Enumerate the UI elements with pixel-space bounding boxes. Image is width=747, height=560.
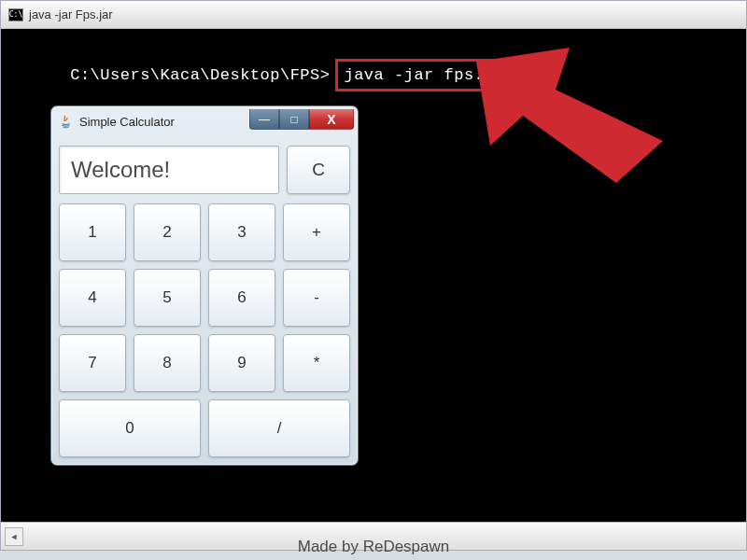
calculator-display: Welcome! bbox=[59, 146, 279, 194]
minus-button[interactable]: - bbox=[283, 269, 350, 327]
clear-button[interactable]: C bbox=[287, 146, 350, 194]
plus-button[interactable]: + bbox=[283, 203, 350, 261]
console-command-highlight: java -jar fps.jar bbox=[335, 59, 522, 92]
digit-4-button[interactable]: 4 bbox=[59, 269, 126, 327]
digit-7-button[interactable]: 7 bbox=[59, 334, 126, 392]
footer-credit: Made by ReDespawn bbox=[0, 538, 747, 556]
digit-5-button[interactable]: 5 bbox=[134, 269, 201, 327]
console-line: C:\Users\Kaca\Desktop\FPS>java -jar fps.… bbox=[10, 35, 737, 116]
calculator-title: Simple Calculator bbox=[79, 115, 249, 129]
digit-9-button[interactable]: 9 bbox=[208, 334, 275, 392]
calculator-window: Simple Calculator — □ X Welcome! C 1 2 3… bbox=[50, 105, 359, 466]
calculator-titlebar[interactable]: Simple Calculator — □ X bbox=[51, 106, 358, 136]
java-icon bbox=[59, 114, 74, 129]
multiply-button[interactable]: * bbox=[283, 334, 350, 392]
digit-3-button[interactable]: 3 bbox=[208, 203, 275, 261]
calculator-keypad: 1 2 3 + 4 5 6 - 7 8 9 * 0 / bbox=[59, 203, 350, 457]
digit-2-button[interactable]: 2 bbox=[134, 203, 201, 261]
digit-8-button[interactable]: 8 bbox=[134, 334, 201, 392]
digit-1-button[interactable]: 1 bbox=[59, 203, 126, 261]
digit-0-button[interactable]: 0 bbox=[59, 399, 201, 457]
calculator-body: Welcome! C 1 2 3 + 4 5 6 - 7 8 9 * 0 / bbox=[51, 136, 358, 465]
close-button[interactable]: X bbox=[309, 109, 354, 130]
command-prompt-titlebar[interactable]: C:\ java -jar Fps.jar bbox=[1, 1, 746, 29]
command-prompt-title: java -jar Fps.jar bbox=[29, 7, 113, 21]
divide-button[interactable]: / bbox=[208, 399, 350, 457]
cmd-icon: C:\ bbox=[8, 8, 23, 21]
minimize-button[interactable]: — bbox=[249, 109, 279, 130]
window-controls: — □ X bbox=[249, 109, 358, 130]
console-prompt: C:\Users\Kaca\Desktop\FPS> bbox=[70, 66, 330, 84]
digit-6-button[interactable]: 6 bbox=[208, 269, 275, 327]
maximize-button[interactable]: □ bbox=[279, 109, 309, 130]
